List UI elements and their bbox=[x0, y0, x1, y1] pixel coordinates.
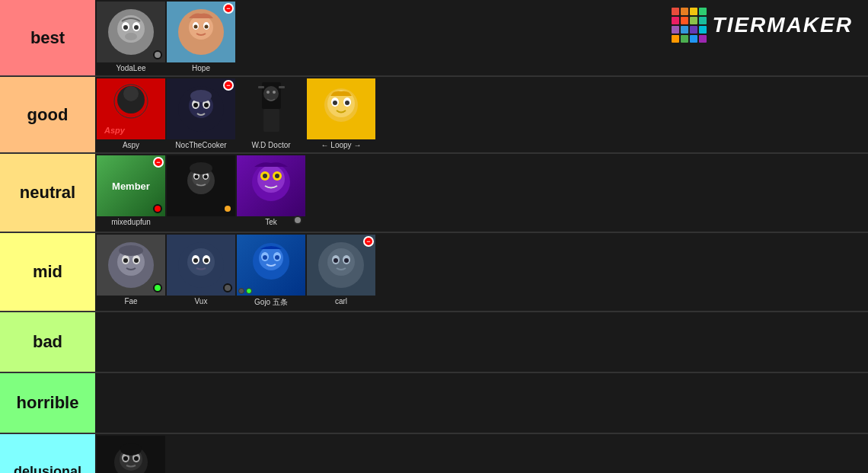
header: TierMaker bbox=[672, 8, 853, 43]
carl-remove[interactable]: − bbox=[363, 236, 374, 247]
tier-row-bad: bad bbox=[0, 312, 868, 373]
tier-row-good: good Aspy Aspy bbox=[0, 77, 868, 154]
card-aspy[interactable]: Aspy Aspy bbox=[97, 78, 165, 151]
svg-point-29 bbox=[273, 91, 276, 94]
card-fae[interactable]: Fae bbox=[97, 235, 165, 307]
svg-point-75 bbox=[344, 258, 349, 263]
svg-point-59 bbox=[187, 248, 215, 276]
vux-avatar-svg bbox=[177, 241, 226, 290]
svg-point-83 bbox=[120, 443, 142, 455]
svg-point-82 bbox=[134, 456, 139, 461]
svg-point-57 bbox=[119, 245, 143, 256]
tier-row-mid: mid bbox=[0, 233, 868, 312]
noc2-name bbox=[167, 216, 235, 230]
noc2-svg bbox=[177, 159, 226, 213]
mixedupfun-status bbox=[153, 204, 162, 213]
tiermaker-logo-grid bbox=[672, 8, 707, 43]
aspy-banner-svg: Aspy bbox=[97, 78, 165, 139]
tiers-container: best bbox=[0, 0, 868, 473]
card-yodalee[interactable]: YodaLee bbox=[97, 2, 165, 74]
tier-content-neutral: Member − mixedupfun bbox=[95, 154, 868, 232]
aspy-name: Aspy bbox=[97, 139, 165, 151]
yodalee-avatar-svg bbox=[107, 8, 156, 57]
svg-point-22 bbox=[193, 103, 198, 107]
tier-content-delusional: ULTRAKILL™ Enthu bbox=[95, 434, 868, 473]
noc-remove[interactable]: − bbox=[223, 80, 234, 91]
svg-point-69 bbox=[275, 255, 279, 260]
tier-content-horrible bbox=[95, 373, 868, 433]
svg-point-50 bbox=[275, 174, 279, 178]
tiermaker-app: TierMaker best bbox=[0, 0, 868, 473]
tier-label-mid: mid bbox=[0, 233, 95, 311]
gojo-name: Gojo 五条 bbox=[237, 296, 305, 309]
card-tek[interactable]: Tek bbox=[237, 155, 305, 228]
svg-point-43 bbox=[203, 175, 207, 179]
svg-point-49 bbox=[263, 174, 267, 178]
tier-label-bad: bad bbox=[0, 312, 95, 372]
svg-point-4 bbox=[123, 25, 128, 30]
loopy-svg bbox=[317, 82, 366, 136]
wd-bg bbox=[237, 78, 305, 139]
app-title: TierMaker bbox=[713, 13, 853, 37]
vux-status bbox=[223, 283, 232, 292]
yodalee-name: YodaLee bbox=[97, 62, 165, 74]
svg-rect-31 bbox=[279, 86, 285, 88]
fae-status bbox=[153, 283, 162, 292]
card-noc2[interactable] bbox=[167, 155, 235, 230]
carl-avatar-svg bbox=[317, 241, 366, 290]
svg-point-68 bbox=[263, 255, 267, 260]
svg-point-71 bbox=[327, 248, 355, 276]
svg-point-5 bbox=[134, 25, 139, 30]
card-ultrakill[interactable]: ULTRAKILL™ Enthu bbox=[97, 436, 165, 473]
ultrakill-svg bbox=[107, 439, 156, 473]
svg-point-62 bbox=[193, 258, 198, 263]
card-nocthecooker[interactable]: − NocTheCooker bbox=[167, 78, 235, 151]
hope-avatar-svg bbox=[177, 8, 226, 57]
vux-name: Vux bbox=[167, 296, 235, 307]
card-wddoctor[interactable]: W.D Doctor bbox=[237, 78, 305, 151]
tier-row-delusional: delusional bbox=[0, 434, 868, 473]
noc-name: NocTheCooker bbox=[167, 139, 235, 151]
noc2-bg bbox=[167, 155, 235, 216]
mixedupfun-remove[interactable]: − bbox=[153, 157, 164, 168]
tek-status bbox=[293, 216, 302, 225]
tier-label-good: good bbox=[0, 77, 95, 152]
fae-avatar-svg bbox=[107, 241, 156, 290]
card-gojo[interactable]: Gojo 五条 bbox=[237, 235, 305, 309]
tier-content-mid: Fae bbox=[95, 233, 868, 311]
svg-point-56 bbox=[134, 258, 139, 263]
svg-point-81 bbox=[123, 456, 128, 461]
tier-label-delusional: delusional bbox=[0, 434, 95, 473]
svg-point-23 bbox=[204, 103, 209, 107]
tier-row-horrible: horrible bbox=[0, 373, 868, 434]
card-mixedupfun[interactable]: Member − mixedupfun bbox=[97, 155, 165, 228]
svg-rect-30 bbox=[258, 86, 264, 88]
card-vux[interactable]: Vux bbox=[167, 235, 235, 307]
svg-point-11 bbox=[193, 24, 197, 28]
member-bg: Member − bbox=[97, 155, 165, 216]
svg-point-36 bbox=[333, 101, 337, 105]
yodalee-status bbox=[153, 50, 162, 59]
tier-row-neutral: neutral Member − mixedupfun bbox=[0, 154, 868, 233]
svg-point-37 bbox=[345, 101, 349, 105]
tier-content-bad bbox=[95, 312, 868, 372]
svg-point-24 bbox=[190, 90, 212, 102]
gojo-svg bbox=[247, 238, 296, 292]
gojo-dots bbox=[238, 288, 252, 294]
hope-name: Hope bbox=[167, 62, 235, 74]
card-carl[interactable]: − carl bbox=[307, 235, 375, 307]
svg-point-63 bbox=[204, 258, 209, 263]
fae-name: Fae bbox=[97, 296, 165, 307]
svg-point-55 bbox=[123, 258, 128, 263]
svg-text:Aspy: Aspy bbox=[104, 126, 126, 135]
carl-name: carl bbox=[307, 296, 375, 307]
svg-point-27 bbox=[263, 86, 279, 101]
tier-content-good: Aspy Aspy bbox=[95, 77, 868, 152]
svg-point-16 bbox=[123, 86, 139, 101]
card-hope[interactable]: − Hope bbox=[167, 2, 235, 74]
card-loopy[interactable]: ← Loopy → bbox=[307, 78, 375, 151]
wd-name: W.D Doctor bbox=[237, 139, 305, 151]
loopy-name: ← Loopy → bbox=[307, 139, 375, 151]
hope-remove[interactable]: − bbox=[223, 3, 234, 14]
noc2-status bbox=[223, 204, 232, 213]
